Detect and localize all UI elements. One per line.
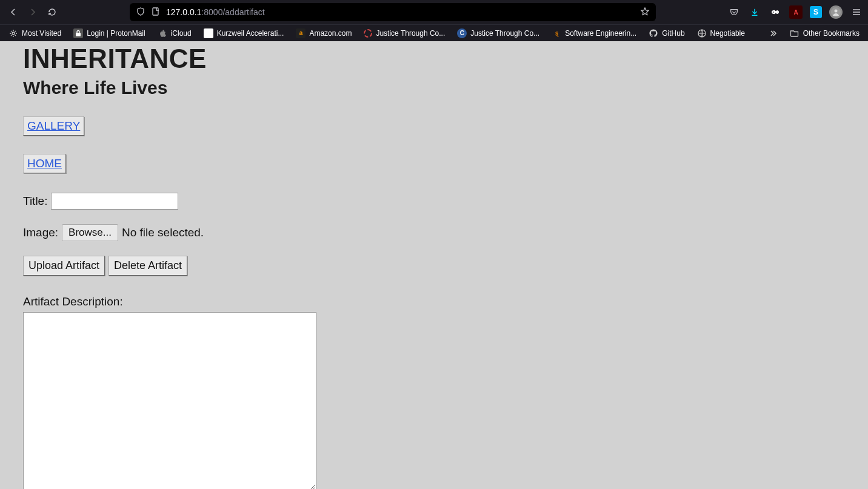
other-bookmarks[interactable]: Other Bookmarks <box>786 27 863 39</box>
page-subheading: Where Life Lives <box>23 78 845 98</box>
bookmark-label: GitHub <box>662 29 684 38</box>
bookmark-label: Login | ProtonMail <box>87 29 145 38</box>
browse-button[interactable]: Browse... <box>62 224 118 241</box>
bookmark-kurzweil[interactable]: Kurzweil Accelerati... <box>200 27 288 39</box>
amazon-icon: a <box>296 28 305 38</box>
bookmark-label: Most Visited <box>22 29 61 38</box>
circle-icon <box>364 29 372 38</box>
star-icon <box>8 28 18 38</box>
letter-s-icon: ȿ <box>552 28 561 38</box>
browser-toolbar: 127.0.0.1:8000/addartifact A S <box>0 0 868 24</box>
bookmark-label: Kurzweil Accelerati... <box>217 29 284 38</box>
description-label: Artifact Description: <box>23 295 845 308</box>
bookmark-label: Software Engineerin... <box>565 29 636 38</box>
bookmark-label: Justice Through Co... <box>470 29 539 38</box>
bookmarks-overflow-icon[interactable] <box>764 25 781 42</box>
title-label: Title: <box>23 195 47 208</box>
reload-button[interactable] <box>44 4 61 21</box>
downloads-icon[interactable] <box>748 4 761 21</box>
bookmark-icloud[interactable]: iCloud <box>154 27 195 39</box>
bookmark-amazon[interactable]: a Amazon.com <box>292 27 355 39</box>
apple-icon <box>158 28 167 38</box>
url-bar[interactable]: 127.0.0.1:8000/addartifact <box>130 3 656 21</box>
infinity-icon[interactable] <box>769 4 782 21</box>
bookmark-justice-2[interactable]: C Justice Through Co... <box>453 27 543 39</box>
bookmark-label: Amazon.com <box>309 29 352 38</box>
svg-rect-0 <box>153 8 158 15</box>
title-input[interactable] <box>51 193 178 210</box>
profile-avatar[interactable] <box>829 5 843 19</box>
bookmark-github[interactable]: GitHub <box>645 27 688 39</box>
bookmark-star-icon[interactable] <box>640 7 650 18</box>
svg-point-4 <box>835 10 838 13</box>
forward-button[interactable] <box>24 4 41 21</box>
folder-icon <box>790 28 800 38</box>
image-label: Image: <box>23 226 58 239</box>
upload-artifact-button[interactable]: Upload Artifact <box>23 256 105 276</box>
page-heading: INHERITANCE <box>23 44 845 74</box>
bookmarks-bar: Most Visited Login | ProtonMail iCloud K… <box>0 24 868 41</box>
svg-point-5 <box>12 32 15 35</box>
bookmark-protonmail[interactable]: Login | ProtonMail <box>70 27 149 39</box>
page-content: INHERITANCE Where Life Lives GALLERY HOM… <box>0 44 868 489</box>
back-button[interactable] <box>5 4 22 21</box>
home-link[interactable]: HOME <box>23 154 66 173</box>
url-text: 127.0.0.1:8000/addartifact <box>166 7 634 17</box>
bookmark-justice-1[interactable]: Justice Through Co... <box>360 28 449 39</box>
bookmark-most-visited[interactable]: Most Visited <box>5 27 65 39</box>
description-textarea[interactable] <box>23 312 316 489</box>
letter-c-icon: C <box>457 28 467 38</box>
other-bookmarks-label: Other Bookmarks <box>803 29 860 38</box>
delete-artifact-button[interactable]: Delete Artifact <box>109 256 187 276</box>
pdf-extension-icon[interactable]: A <box>789 5 803 19</box>
url-host: 127.0.0.1 <box>166 7 201 17</box>
pocket-icon[interactable] <box>727 4 741 21</box>
file-status: No file selected. <box>122 226 204 239</box>
generic-favicon <box>204 28 213 38</box>
github-icon <box>649 28 658 38</box>
url-path: :8000/addartifact <box>201 7 264 17</box>
gallery-link[interactable]: GALLERY <box>23 116 84 136</box>
globe-icon <box>697 28 707 38</box>
bookmark-label: Justice Through Co... <box>376 29 445 38</box>
bookmark-software-eng[interactable]: ȿ Software Engineerin... <box>548 27 640 39</box>
shield-icon <box>136 7 145 18</box>
bookmark-label: iCloud <box>171 29 192 38</box>
svg-rect-6 <box>76 33 81 36</box>
page-icon <box>152 7 160 18</box>
hamburger-menu-icon[interactable] <box>850 4 863 21</box>
skype-extension-icon[interactable]: S <box>810 6 822 18</box>
bookmark-label: Negotiable <box>710 29 745 38</box>
toolbar-right-icons: A S <box>725 4 863 21</box>
bookmark-negotiable[interactable]: Negotiable <box>693 27 749 39</box>
lock-icon <box>73 28 83 38</box>
